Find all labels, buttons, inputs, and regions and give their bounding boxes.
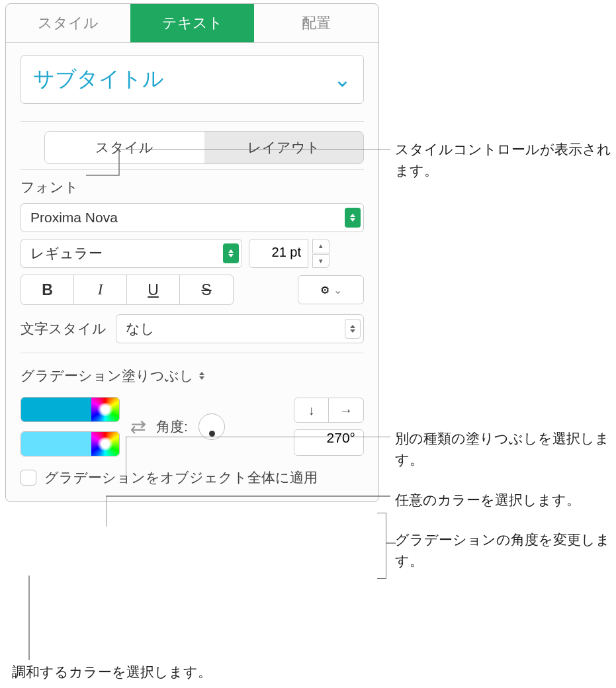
stepper-icon	[345, 319, 361, 339]
advanced-options-button[interactable]: ⚙ ⌄	[298, 275, 364, 304]
char-style-value: なし	[126, 320, 155, 338]
italic-button[interactable]: I	[74, 275, 127, 304]
font-size-stepper: ▴ ▾	[312, 239, 330, 268]
font-weight-select[interactable]: レギュラー	[21, 239, 242, 268]
stepper-icon	[345, 208, 361, 228]
callout-text: 調和するカラーを選択します。	[12, 662, 212, 683]
gradient-color-2[interactable]	[21, 431, 120, 456]
apply-whole-object-checkbox[interactable]	[21, 470, 36, 486]
char-style-label: 文字スタイル	[21, 320, 107, 338]
angle-presets: ↓ →	[294, 398, 364, 423]
tab-text[interactable]: テキスト	[130, 4, 255, 42]
tab-arrange[interactable]: 配置	[254, 4, 378, 42]
stepper-icon	[223, 243, 239, 263]
chevron-down-icon: ⌄	[333, 67, 351, 92]
chevron-down-icon: ⌄	[333, 284, 342, 296]
font-label: フォント	[21, 179, 79, 194]
callout-text: グラデーションの角度を変更します。	[395, 529, 616, 571]
size-up-button[interactable]: ▴	[312, 239, 330, 253]
text-style-group: B I U S	[21, 275, 234, 305]
angle-right-button[interactable]: →	[329, 398, 363, 422]
size-down-button[interactable]: ▾	[312, 254, 330, 269]
angle-label: 角度:	[156, 417, 188, 436]
main-tabs: スタイル テキスト 配置	[6, 4, 378, 43]
paragraph-style-select[interactable]: サブタイトル ⌄	[21, 55, 364, 104]
bold-button[interactable]: B	[21, 275, 74, 304]
gradient-swatches	[21, 397, 120, 456]
tab-style[interactable]: スタイル	[6, 4, 130, 42]
char-style-select[interactable]: なし	[116, 314, 364, 343]
gear-icon: ⚙	[320, 284, 330, 296]
fill-type-value: グラデーション塗りつぶし	[21, 366, 194, 385]
color-well[interactable]	[21, 398, 91, 421]
fill-type-menu[interactable]: グラデーション塗りつぶし	[21, 366, 204, 385]
callout-text: 別の種類の塗りつぶしを選択します。	[395, 428, 616, 470]
strike-button[interactable]: S	[180, 275, 233, 304]
callout-text: 任意のカラーを選択します。	[395, 490, 580, 511]
callout-text: スタイルコントロールが表示されます。	[395, 139, 616, 181]
color-well[interactable]	[21, 432, 91, 456]
font-family-select[interactable]: Proxima Nova	[21, 203, 364, 232]
gradient-color-1[interactable]	[21, 397, 120, 422]
stepper-icon	[199, 372, 204, 380]
color-wheel-icon[interactable]	[91, 398, 119, 421]
color-wheel-icon[interactable]	[91, 432, 119, 456]
font-weight-value: レギュラー	[30, 244, 103, 263]
angle-dial[interactable]	[198, 413, 225, 440]
paragraph-style-value: サブタイトル	[33, 65, 164, 94]
swap-colors-button[interactable]: ⇅	[127, 419, 149, 435]
underline-button[interactable]: U	[127, 275, 180, 304]
angle-down-button[interactable]: ↓	[294, 398, 329, 422]
font-family-value: Proxima Nova	[30, 210, 118, 226]
inspector-panel: スタイル テキスト 配置 サブタイトル ⌄ スタイル レイアウト フォント Pr…	[5, 3, 379, 502]
font-size-input[interactable]: 21 pt	[249, 239, 308, 268]
